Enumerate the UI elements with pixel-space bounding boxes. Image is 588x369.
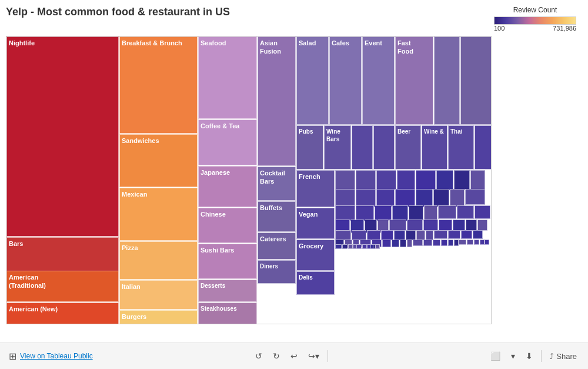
treemap-cell[interactable]: [426, 230, 433, 240]
treemap-cell[interactable]: [335, 189, 355, 207]
treemap-cell[interactable]: [475, 205, 490, 219]
treemap-cell[interactable]: [466, 220, 477, 231]
treemap-cell[interactable]: [454, 240, 459, 246]
treemap-cell[interactable]: [356, 170, 376, 190]
treemap-cell[interactable]: [470, 170, 485, 190]
treemap-cell[interactable]: [448, 240, 453, 246]
treemap-cell[interactable]: [473, 230, 483, 239]
treemap-cell[interactable]: [406, 230, 416, 240]
treemap-cell[interactable]: Breakfast & Brunch: [119, 36, 198, 134]
treemap-cell[interactable]: [367, 230, 380, 240]
treemap-cell[interactable]: Asian Fusion: [258, 36, 296, 166]
treemap-cell[interactable]: [389, 220, 406, 231]
treemap-cell[interactable]: Wine &: [422, 125, 447, 169]
treemap-cell[interactable]: [335, 230, 351, 240]
treemap-cell[interactable]: [438, 205, 456, 219]
treemap-cell[interactable]: [348, 244, 353, 249]
treemap-cell[interactable]: American (Traditional): [6, 271, 119, 302]
treemap-cell[interactable]: [475, 125, 492, 169]
treemap-cell[interactable]: [394, 230, 405, 240]
treemap-cell[interactable]: [461, 230, 472, 239]
treemap-cell[interactable]: [356, 189, 376, 207]
treemap-cell[interactable]: [467, 240, 473, 245]
treemap-cell[interactable]: Italian: [119, 280, 198, 310]
treemap-cell[interactable]: Diners: [258, 260, 296, 284]
treemap-cell[interactable]: [460, 36, 492, 125]
treemap-cell[interactable]: [335, 170, 355, 190]
treemap-cell[interactable]: Nightlife: [6, 36, 119, 237]
treemap-cell[interactable]: Desserts: [198, 280, 257, 302]
treemap-cell[interactable]: [465, 189, 485, 205]
treemap-cell[interactable]: Sandwiches: [119, 134, 198, 187]
treemap-cell[interactable]: Buffets: [258, 201, 296, 232]
treemap-cell[interactable]: [459, 240, 466, 245]
treemap-cell[interactable]: [450, 189, 465, 207]
treemap-cell[interactable]: Japanese: [198, 166, 257, 207]
treemap-cell[interactable]: American (New): [6, 302, 119, 324]
treemap-cell[interactable]: [382, 240, 391, 247]
treemap-cell[interactable]: [397, 170, 415, 190]
treemap-cell[interactable]: [362, 244, 367, 249]
treemap-cell[interactable]: Caterers: [258, 232, 296, 260]
treemap-cell[interactable]: [416, 189, 433, 207]
treemap-cell[interactable]: [356, 244, 362, 249]
treemap-cell[interactable]: Mexican: [119, 188, 198, 241]
treemap-cell[interactable]: Beer: [395, 125, 421, 169]
treemap-cell[interactable]: [477, 220, 487, 231]
treemap-cell[interactable]: Chinese: [198, 208, 257, 243]
treemap-cell[interactable]: [409, 205, 423, 221]
treemap-cell[interactable]: [439, 220, 452, 231]
treemap-cell[interactable]: [400, 240, 406, 247]
treemap-cell[interactable]: [376, 189, 395, 207]
treemap-cell[interactable]: [413, 240, 423, 246]
treemap-cell[interactable]: [474, 240, 479, 245]
treemap-cell[interactable]: [433, 240, 440, 246]
treemap-cell[interactable]: Cafes: [329, 36, 362, 125]
treemap-cell[interactable]: [423, 240, 432, 246]
treemap-cell[interactable]: [424, 205, 437, 221]
treemap-cell[interactable]: French: [296, 170, 335, 207]
treemap-cell[interactable]: [376, 170, 396, 190]
present-button[interactable]: ⬜: [488, 350, 503, 362]
treemap-cell[interactable]: [335, 244, 342, 249]
treemap-cell[interactable]: Cocktail Bars: [258, 167, 296, 201]
treemap-cell[interactable]: [352, 125, 373, 169]
treemap-cell[interactable]: [423, 220, 438, 231]
treemap-cell[interactable]: Coffee & Tea: [198, 119, 257, 165]
treemap-cell[interactable]: Sushi Bars: [198, 244, 257, 279]
redo-button[interactable]: ↻: [270, 350, 282, 362]
treemap-cell[interactable]: [480, 240, 485, 245]
treemap-cell[interactable]: Event: [362, 36, 395, 125]
treemap-cell[interactable]: [448, 230, 460, 239]
treemap-cell[interactable]: [454, 170, 470, 190]
treemap-cell[interactable]: Salad: [296, 36, 329, 125]
treemap-cell[interactable]: [416, 170, 436, 190]
treemap-cell[interactable]: Pubs: [296, 125, 323, 169]
treemap-cell[interactable]: [457, 205, 474, 219]
treemap-cell[interactable]: Steakhouses: [198, 302, 257, 324]
treemap-cell[interactable]: [356, 205, 374, 221]
back-button[interactable]: ↩: [288, 350, 300, 362]
undo-button[interactable]: ↺: [253, 350, 265, 362]
treemap-cell[interactable]: Wine Bars: [324, 125, 351, 169]
treemap-cell[interactable]: [407, 220, 423, 231]
treemap-cell[interactable]: [342, 244, 348, 249]
forward-dropdown-button[interactable]: ↪▾: [306, 350, 322, 362]
treemap-cell[interactable]: Vegan: [296, 208, 335, 239]
treemap-cell[interactable]: [434, 230, 447, 239]
present-dropdown[interactable]: ▾: [509, 350, 517, 362]
treemap-cell[interactable]: Delis: [296, 271, 335, 295]
treemap-cell[interactable]: [434, 36, 460, 125]
treemap-cell[interactable]: [392, 205, 408, 221]
treemap-cell[interactable]: [375, 244, 380, 249]
treemap-cell[interactable]: Fast Food: [395, 36, 433, 125]
treemap-cell[interactable]: [381, 230, 393, 240]
treemap-cell[interactable]: [453, 220, 465, 231]
treemap-cell[interactable]: [375, 205, 392, 221]
treemap-cell[interactable]: [392, 240, 399, 247]
treemap-cell[interactable]: [441, 240, 447, 246]
treemap-cell[interactable]: Grocery: [296, 240, 335, 271]
treemap-cell[interactable]: Pizza: [119, 241, 198, 280]
treemap-cell[interactable]: [416, 230, 425, 240]
treemap-cell[interactable]: [433, 189, 449, 207]
